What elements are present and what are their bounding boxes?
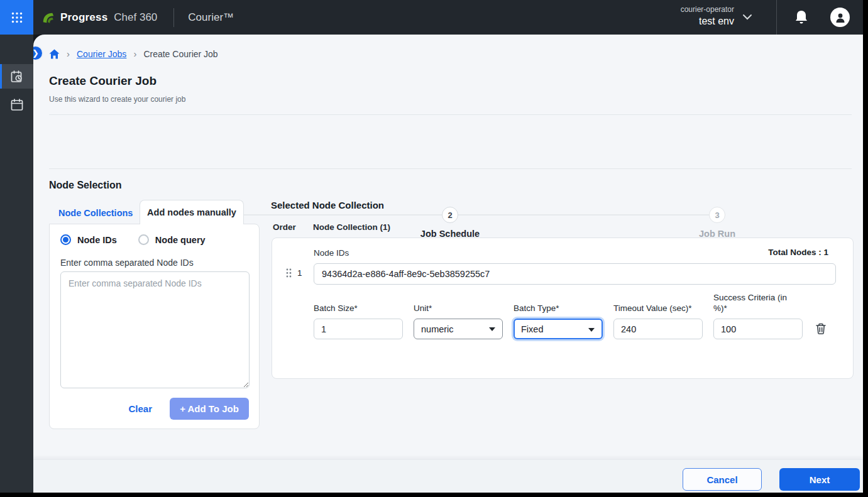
batch-type-select-value: Fixed: [521, 324, 543, 334]
step-3-circle[interactable]: 3: [709, 207, 725, 223]
node-ids-field-label: Node IDs: [314, 248, 349, 258]
tab-add-nodes-manually[interactable]: Add nodes manually: [140, 200, 244, 224]
brand-progress: Progress: [60, 11, 107, 24]
next-button[interactable]: Next: [779, 468, 860, 491]
drag-handle-icon[interactable]: [286, 268, 292, 278]
main-content: ❯ › Courier Jobs › Create Courier Job Cr…: [33, 35, 863, 493]
total-nodes-count: Total Nodes : 1: [768, 248, 828, 257]
brand-product: Courier™: [188, 11, 234, 24]
brand-chef: Chef 360: [114, 11, 157, 24]
app-launcher-button[interactable]: [0, 0, 33, 35]
notifications-bell-icon[interactable]: [794, 9, 809, 26]
order-number: 1: [297, 268, 302, 278]
breadcrumb-separator: ›: [133, 48, 136, 59]
success-criteria-label: Success Criteria (in %)*: [713, 292, 803, 314]
batch-type-select[interactable]: Fixed: [514, 319, 603, 339]
sidebar-item-schedules[interactable]: [0, 92, 33, 117]
node-ids-textarea[interactable]: [60, 271, 250, 388]
wizard-footer: Cancel Next: [33, 459, 863, 493]
app-window: ProgressChef 360 Courier™ courier-operat…: [0, 0, 863, 493]
batch-size-label: Batch Size*: [314, 303, 403, 314]
caret-down-icon: [489, 327, 495, 331]
avatar[interactable]: [830, 8, 850, 27]
divider: [49, 168, 852, 169]
radio-node-ids[interactable]: [60, 234, 71, 245]
unit-label: Unit*: [414, 303, 503, 314]
unit-select[interactable]: numeric: [414, 319, 503, 339]
person-icon: [835, 12, 846, 23]
breadcrumb-current: Create Courier Job: [143, 49, 217, 59]
left-sidebar: [0, 35, 33, 493]
node-collection-card: Node IDs Total Nodes : 1 1 Batch Size*: [272, 238, 854, 379]
progress-logo-icon: [41, 11, 55, 25]
chevron-down-icon[interactable]: [742, 14, 752, 20]
timeout-value-label: Timeout Value (sec)*: [613, 303, 703, 314]
selected-collection-heading: Selected Node Collection: [271, 200, 384, 210]
user-environment: test env: [681, 14, 734, 28]
radio-node-query[interactable]: [138, 234, 149, 245]
add-to-job-button[interactable]: + Add To Job: [170, 398, 249, 420]
top-header: ProgressChef 360 Courier™ courier-operat…: [0, 0, 863, 35]
apps-grid-icon: [11, 11, 23, 24]
step-2-circle[interactable]: 2: [442, 207, 458, 223]
calendar-icon: [9, 97, 25, 112]
node-ids-input[interactable]: [314, 263, 836, 285]
step-connector: [458, 214, 709, 216]
wizard-stepper: 1 2 3 Node Selection Job Schedule Job Ru…: [33, 115, 863, 168]
success-criteria-input[interactable]: [713, 319, 803, 339]
order-column-label: Order: [273, 222, 296, 232]
radio-node-ids-label[interactable]: Node IDs: [77, 235, 117, 245]
user-role: courier-operator: [681, 5, 734, 14]
node-ids-textarea-label: Enter comma separated Node IDs: [60, 258, 194, 268]
collection-column-label: Node Collection (1): [313, 222, 390, 232]
delete-row-trash-icon[interactable]: [814, 322, 828, 336]
home-icon[interactable]: [49, 49, 60, 59]
header-divider: [776, 0, 777, 35]
batch-size-input[interactable]: [314, 319, 403, 339]
page-title: Create Courier Job: [49, 74, 157, 88]
calendar-clock-icon: [9, 69, 25, 84]
unit-select-value: numeric: [421, 324, 454, 334]
timeout-value-input[interactable]: [613, 319, 703, 339]
user-menu[interactable]: courier-operator test env: [681, 5, 734, 28]
clear-button[interactable]: Clear: [128, 403, 152, 414]
caret-down-icon: [588, 328, 595, 332]
brand-divider: [173, 8, 174, 27]
batch-fields-row: Batch Size* Unit* numeric Batch Type* Fi…: [314, 292, 845, 339]
breadcrumb-link-courier-jobs[interactable]: Courier Jobs: [77, 49, 126, 59]
sidebar-item-courier-jobs[interactable]: [0, 64, 33, 89]
batch-type-label: Batch Type*: [514, 303, 603, 314]
breadcrumb-separator: ›: [67, 48, 70, 59]
cancel-button[interactable]: Cancel: [683, 468, 762, 491]
breadcrumb: › Courier Jobs › Create Courier Job: [49, 48, 218, 59]
tab-node-collections[interactable]: Node Collections: [58, 202, 133, 224]
radio-node-query-label[interactable]: Node query: [155, 235, 206, 245]
brand-logo: ProgressChef 360 Courier™: [41, 0, 234, 35]
add-nodes-panel: Node IDs Node query Enter comma separate…: [49, 224, 260, 429]
node-selection-heading: Node Selection: [49, 180, 122, 191]
page-subtitle: Use this wizard to create your courier j…: [49, 95, 185, 104]
